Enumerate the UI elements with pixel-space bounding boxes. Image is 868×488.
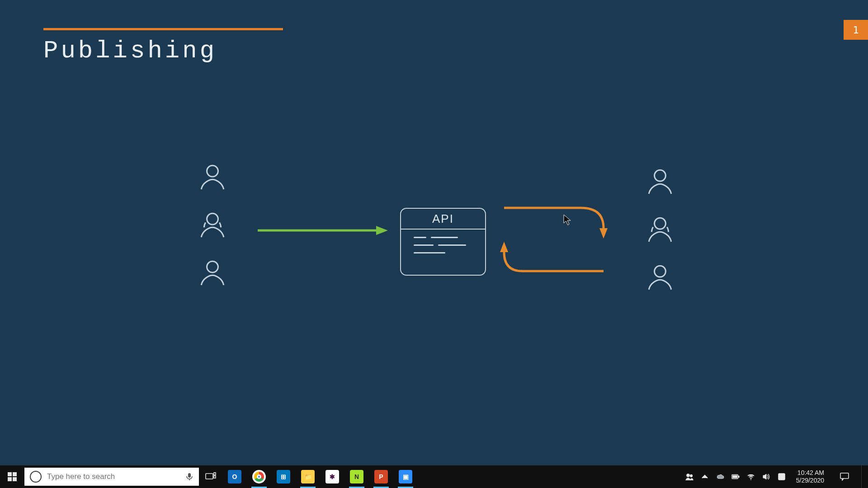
title-rule <box>43 28 283 30</box>
volume-icon[interactable] <box>762 472 771 481</box>
taskbar-app-notepadpp[interactable]: N <box>344 465 369 488</box>
svg-rect-12 <box>8 477 12 481</box>
publish-arrow <box>258 225 389 236</box>
task-view-button[interactable] <box>199 465 222 488</box>
presentation-slide[interactable]: Publishing 1 API <box>0 0 868 465</box>
taskbar-app-file-explorer[interactable]: 📁 <box>296 465 320 488</box>
notification-icon <box>840 473 849 481</box>
svg-point-8 <box>655 218 666 229</box>
tray-app-icon[interactable] <box>777 472 786 481</box>
consumers-group <box>642 167 678 293</box>
svg-point-0 <box>207 165 218 177</box>
svg-rect-15 <box>206 474 213 479</box>
slide-number-badge: 1 <box>844 20 868 40</box>
action-center-button[interactable] <box>834 465 855 488</box>
trello-icon: ⊞ <box>277 470 290 483</box>
person-icon <box>646 263 674 293</box>
powerpoint-icon: P <box>374 470 388 483</box>
battery-icon[interactable] <box>731 472 740 481</box>
producers-group <box>194 163 231 288</box>
onedrive-icon[interactable] <box>716 472 725 481</box>
person-icon <box>198 163 226 192</box>
api-card-label: API <box>401 209 485 230</box>
svg-rect-25 <box>840 473 849 479</box>
svg-rect-14 <box>188 473 191 478</box>
svg-rect-11 <box>13 472 17 476</box>
svg-marker-6 <box>500 242 508 252</box>
taskbar-app-powerpoint[interactable]: P <box>369 465 393 488</box>
person-icon <box>198 258 226 288</box>
taskbar-clock[interactable]: 10:42 AM 5/29/2020 <box>793 469 828 484</box>
taskbar-app-slack[interactable]: ✱ <box>320 465 344 488</box>
taskbar-search[interactable] <box>24 468 199 486</box>
svg-rect-21 <box>732 475 737 478</box>
cortana-icon <box>30 471 42 483</box>
svg-point-18 <box>687 474 689 477</box>
svg-point-2 <box>207 261 218 272</box>
consume-loop-arrow <box>495 203 613 276</box>
system-tray: 10:42 AM 5/29/2020 <box>679 465 868 488</box>
taskbar-app-outlook[interactable]: O <box>222 465 247 488</box>
clock-date: 5/29/2020 <box>796 477 824 484</box>
microphone-icon[interactable] <box>185 473 193 481</box>
task-view-icon <box>205 472 216 481</box>
svg-point-23 <box>750 479 751 480</box>
start-button[interactable] <box>0 465 24 488</box>
person-icon <box>646 167 674 197</box>
svg-rect-17 <box>214 476 216 478</box>
svg-marker-5 <box>599 228 608 239</box>
api-card-body <box>401 230 485 253</box>
svg-rect-13 <box>13 477 17 481</box>
zoom-icon: ▣ <box>399 470 412 483</box>
diagram: API <box>190 163 687 307</box>
people-icon[interactable] <box>685 472 694 481</box>
outlook-icon: O <box>228 470 241 483</box>
chevron-up-icon[interactable] <box>700 472 709 481</box>
show-desktop-button[interactable] <box>861 465 865 488</box>
notepadpp-icon: N <box>350 470 363 483</box>
taskbar-app-trello[interactable]: ⊞ <box>271 465 296 488</box>
svg-rect-22 <box>738 476 739 478</box>
slack-icon: ✱ <box>326 470 339 483</box>
taskbar-app-zoom[interactable]: ▣ <box>393 465 418 488</box>
svg-rect-24 <box>778 474 785 480</box>
wifi-icon[interactable] <box>746 472 755 481</box>
svg-point-19 <box>690 475 692 477</box>
file-explorer-icon: 📁 <box>301 470 315 483</box>
taskbar-apps: O ⊞ 📁 ✱ N P ▣ <box>222 465 418 488</box>
clock-time: 10:42 AM <box>797 469 824 477</box>
taskbar-app-chrome[interactable] <box>247 465 271 488</box>
chrome-icon <box>252 470 266 483</box>
person-icon <box>198 211 226 240</box>
svg-point-1 <box>207 213 218 225</box>
windows-icon <box>8 472 17 481</box>
svg-rect-16 <box>214 473 216 475</box>
svg-point-9 <box>655 266 666 277</box>
svg-marker-4 <box>376 226 388 235</box>
slide-title: Publishing <box>43 37 217 65</box>
svg-point-7 <box>655 170 666 181</box>
search-input[interactable] <box>46 472 181 482</box>
person-icon <box>646 215 674 245</box>
taskbar: O ⊞ 📁 ✱ N P ▣ <box>0 465 868 488</box>
svg-rect-10 <box>8 472 12 476</box>
api-card: API <box>400 208 486 276</box>
